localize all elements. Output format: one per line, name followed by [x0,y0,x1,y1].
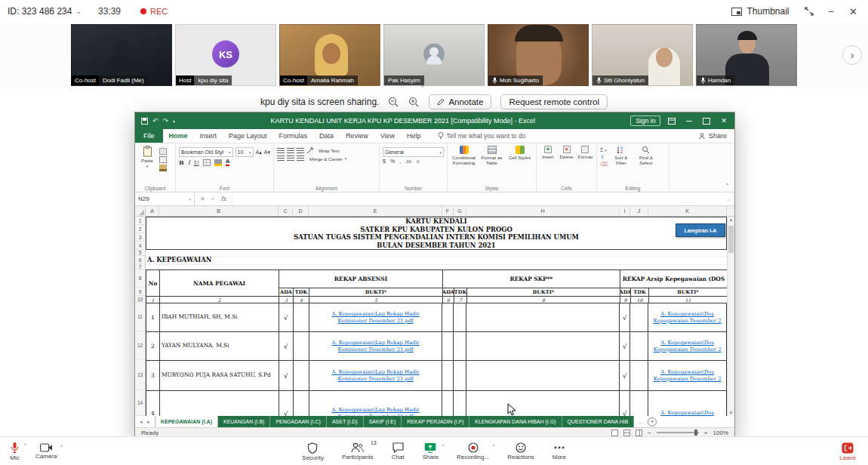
zoom-slider[interactable] [657,432,699,433]
table-row[interactable]: 3 MURYONO PUJA RASA SATUHU, S.Pd √ A. Ke… [146,361,727,391]
column-header-j[interactable]: J [630,206,648,216]
cell-empty[interactable] [454,303,466,332]
cell-empty[interactable] [454,361,466,391]
page-layout-view-icon[interactable] [623,430,630,436]
zoom-level[interactable]: 100% [713,430,728,436]
column-header-a[interactable]: A [146,206,159,216]
collapse-ribbon-icon[interactable]: ⌃ [725,183,730,189]
mic-button[interactable]: ⌃ Mic [9,442,20,461]
increase-decimal-button[interactable]: .00 [405,159,411,164]
cell-empty[interactable] [454,332,466,361]
camera-button[interactable]: ⌃ Camera [35,443,57,460]
security-button[interactable]: Security [302,442,324,461]
zoom-out-button[interactable]: − [648,430,651,436]
vertical-scrollbar[interactable]: ▲ ▼ [727,217,734,416]
cell-nama[interactable] [160,391,279,416]
tab-review[interactable]: Review [340,129,374,143]
column-header-b[interactable]: B [159,206,279,216]
row-header[interactable]: 2 [135,225,145,233]
cell-empty[interactable] [442,391,454,416]
cell-empty[interactable] [294,391,309,416]
zoom-out-icon[interactable] [388,97,399,108]
cell-empty[interactable] [630,361,648,391]
row-header[interactable]: 6 [135,256,145,264]
cell-empty[interactable] [294,303,309,332]
shrink-font-icon[interactable]: A▾ [264,149,270,156]
cell-empty[interactable] [630,332,648,361]
formula-input[interactable] [232,192,722,205]
cell-bukti-link[interactable]: A. Kepegawaian\Lap Rekap HadirKomisioner… [309,391,443,416]
cell-empty[interactable] [630,303,648,332]
tab-data[interactable]: Data [313,129,340,143]
sheet-tab-kepegawaian[interactable]: KEPEGAWAIAN (I.A) [155,416,218,427]
cell-check[interactable]: √ [279,391,294,416]
sheet-tab-keuangan[interactable]: KEUANGAN (I.B) [218,416,270,427]
column-header-g[interactable]: G [454,206,466,216]
participant-tile-pak-hasyim[interactable]: Pak Hasyim [383,24,485,86]
row-header[interactable]: 1 [135,217,145,225]
excel-minimize-button[interactable] [686,121,692,122]
cell-nama[interactable]: MURYONO PUJA RASA SATUHU, S.Pd [160,361,279,391]
clear-button[interactable]: ⌫ [600,162,608,168]
participant-tile-hamdan[interactable]: Hamdan [696,24,797,86]
cell-bukti-link[interactable]: A. Kepegawaian\DosKepegawaian Desember 2 [648,303,727,332]
thumbnail-view-button[interactable]: Thumbnail [731,6,789,17]
font-name-select[interactable]: Bookman Old Styl▾ [179,147,233,157]
bold-button[interactable]: B [179,159,184,166]
table-row[interactable]: 2 YAYAN MULYANA, M.Si √ A. Kepegawaian\L… [146,332,727,361]
cell-check[interactable]: √ [620,361,630,391]
row-header[interactable]: 9 [135,288,145,296]
copy-icon[interactable] [159,156,167,163]
zoom-in-icon[interactable] [408,97,420,108]
cell-bukti-link[interactable]: A. Kepegawaian\Lap Rekap HadirKomisioner… [309,303,443,332]
tab-help[interactable]: Help [401,129,427,143]
tab-page-layout[interactable]: Page Layout [223,129,273,143]
participant-tile-amalia[interactable]: Co-hostAmalia Rahmah [279,24,380,86]
cell-no[interactable]: 2 [146,332,160,361]
column-header-c[interactable]: C [279,206,293,216]
sheet-tab-questioner[interactable]: QUESTIONER DANA HIB [562,416,635,427]
spreadsheet-grid[interactable]: 1 2 3 4 5 6 7 8 9 10 11 12 13 14 KARTU K… [135,217,734,416]
grow-font-icon[interactable]: A▴ [256,149,262,156]
cell-empty[interactable] [466,303,620,332]
ribbon-share-button[interactable]: Share [699,129,727,143]
mic-options-icon[interactable]: ⌃ [23,443,27,449]
align-bottom-icon[interactable] [297,148,304,154]
format-painter-icon[interactable] [159,165,167,171]
font-size-select[interactable]: 10▾ [235,147,254,157]
italic-button[interactable]: I [188,159,190,166]
camera-options-icon[interactable]: ⌃ [60,445,64,451]
column-header-d[interactable]: D [293,206,309,216]
row-header[interactable]: 4 [135,242,145,250]
tab-file[interactable]: File [135,129,163,143]
insert-function-icon[interactable]: fx [220,196,226,202]
cell-empty[interactable] [442,303,454,332]
delete-cells-button[interactable]: ×Delete [559,146,575,183]
name-box[interactable]: N29 ▾ [135,192,195,205]
wrap-text-button[interactable]: Wrap Text [319,148,340,153]
autosum-button[interactable]: Σ ▾ [600,147,608,152]
align-center-icon[interactable] [287,156,294,162]
cell-bukti-link[interactable]: A. Kepegawaian\DosKepegawaian Desember 2 [648,361,727,391]
cell-check[interactable]: √ [279,303,294,332]
cell-empty[interactable] [630,391,648,416]
cell-empty[interactable] [442,361,454,391]
borders-button[interactable] [203,159,211,166]
cell-check[interactable]: √ [279,332,294,361]
cell-check[interactable]: √ [620,391,630,416]
orientation-icon[interactable] [306,147,313,154]
cell-bukti-link[interactable]: A. Kepegawaian\Lap Rekap HadirKomisioner… [309,361,443,391]
format-as-table-button[interactable]: Format as Table [479,146,505,183]
scroll-down-icon[interactable]: ▼ [728,411,734,415]
cell-no[interactable]: 3 [146,361,160,391]
meeting-id-menu[interactable]: ID: 323 486 234 ⌄ [8,6,82,17]
participant-tile-siti[interactable]: Siti Ghoniyatun [592,24,693,86]
cancel-icon[interactable]: ✕ [200,196,205,202]
sort-filter-button[interactable]: AZ Sort & Filter [610,146,633,183]
cut-icon[interactable] [159,148,167,155]
formula-bar-expand-icon[interactable]: ⌄ [722,192,734,205]
chat-button[interactable]: Chat [392,442,405,460]
recording-button[interactable]: ⌃ Recording... [457,442,489,460]
tell-me-box[interactable]: Tell me what you want to do [438,129,526,143]
cell-empty[interactable] [454,391,466,416]
